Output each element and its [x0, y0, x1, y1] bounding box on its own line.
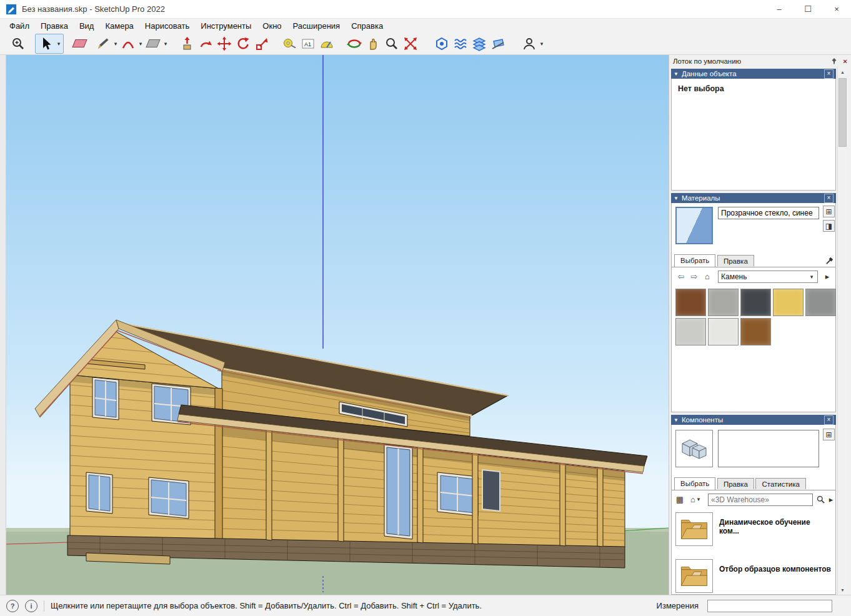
measurements-input[interactable]: [707, 600, 832, 612]
eyedropper-icon[interactable]: [825, 256, 835, 265]
move-tool[interactable]: [215, 34, 234, 53]
model-viewport[interactable]: [6, 55, 669, 595]
menu-item[interactable]: Инструменты: [195, 20, 257, 32]
eraser-tool[interactable]: [70, 34, 89, 53]
material-swatch[interactable]: [805, 289, 836, 316]
material-swatch[interactable]: [675, 318, 706, 345]
scrollbar-thumb[interactable]: [839, 78, 847, 147]
detail-arrow-icon[interactable]: ▸: [822, 271, 833, 282]
home-icon[interactable]: ⌂: [702, 271, 713, 282]
line-tool[interactable]: [94, 34, 112, 53]
line-dropdown-icon[interactable]: ▾: [112, 41, 119, 47]
zoom-extents-tool[interactable]: [401, 34, 420, 53]
material-swatch[interactable]: [708, 318, 739, 345]
create-material-button[interactable]: ⊞: [823, 206, 835, 217]
tray-title: Лоток по умолчанию: [673, 57, 830, 65]
materials-title: Материалы: [682, 194, 821, 202]
protractor-tool[interactable]: [317, 34, 336, 53]
component-preview[interactable]: [675, 430, 713, 467]
push-pull-tool[interactable]: [177, 34, 196, 53]
zoom-tool[interactable]: [382, 34, 401, 53]
tape-measure-tool[interactable]: [280, 34, 299, 53]
info-icon[interactable]: i: [25, 600, 37, 612]
position-camera-tool[interactable]: [432, 34, 451, 53]
soften-edges-tool[interactable]: [451, 34, 470, 53]
search-icon[interactable]: [816, 495, 825, 504]
component-search-input[interactable]: [708, 494, 813, 506]
close-button[interactable]: ×: [822, 0, 851, 19]
tab-statistics[interactable]: Статистика: [755, 478, 805, 489]
menu-item[interactable]: Камера: [99, 20, 139, 32]
layers-tool[interactable]: [470, 34, 489, 53]
menu-item[interactable]: Правка: [35, 20, 74, 32]
component-name-field[interactable]: [718, 430, 819, 467]
forward-icon[interactable]: ⇨: [689, 271, 700, 282]
components-tabs: Выбрать Правка Статистика: [672, 477, 835, 490]
rectangle-tool[interactable]: [144, 34, 162, 53]
tab-select[interactable]: Выбрать: [674, 254, 715, 267]
menu-item[interactable]: Расширения: [287, 20, 346, 32]
in-model-components-button[interactable]: ⊞: [823, 429, 835, 440]
glass-door: [384, 444, 412, 539]
arc-tool[interactable]: [119, 34, 137, 53]
material-swatch[interactable]: [773, 289, 804, 316]
component-label: Отбор образцов компонентов: [719, 565, 831, 574]
components-close-icon[interactable]: ×: [824, 415, 834, 425]
components-header[interactable]: ▼ Компоненты ×: [671, 415, 836, 425]
text-tool[interactable]: A1: [299, 34, 317, 53]
material-swatch[interactable]: [740, 318, 771, 345]
menu-item[interactable]: Справка: [346, 20, 389, 32]
collapsed-tray-strip[interactable]: [0, 55, 6, 595]
select-tool[interactable]: [37, 34, 56, 53]
follow-me-tool[interactable]: [196, 34, 215, 53]
material-swatch[interactable]: [675, 289, 706, 316]
menu-item[interactable]: Файл: [4, 20, 35, 32]
maximize-button[interactable]: ☐: [794, 0, 822, 19]
component-list-item[interactable]: Динамическое обучение ком...: [675, 512, 832, 546]
component-list-item[interactable]: Отбор образцов компонентов: [675, 559, 832, 593]
menu-item[interactable]: Вид: [74, 20, 100, 32]
tab-edit[interactable]: Правка: [717, 478, 754, 489]
entity-info-close-icon[interactable]: ×: [824, 69, 834, 79]
back-icon[interactable]: ⇦: [675, 271, 687, 282]
material-preview[interactable]: [675, 207, 713, 244]
menu-item[interactable]: Окно: [257, 20, 287, 32]
status-bar: ? i Щелкните или перетащите для выбора о…: [0, 595, 851, 616]
view-options-icon[interactable]: ▦: [674, 494, 685, 505]
scale-tool[interactable]: [252, 34, 271, 53]
account-button[interactable]: [520, 34, 539, 53]
tray-scrollbar[interactable]: ▲ ▼: [837, 67, 847, 595]
home-dropdown[interactable]: ⌂▾: [688, 494, 704, 505]
account-dropdown-icon[interactable]: ▾: [539, 41, 545, 47]
help-icon[interactable]: ?: [6, 600, 19, 612]
material-name-field[interactable]: [718, 207, 819, 219]
secondary-pane-button[interactable]: ◨: [823, 220, 835, 232]
component-list: Динамическое обучение ком... Отбор образ…: [672, 511, 835, 594]
section-plane-tool[interactable]: [489, 34, 507, 53]
material-swatch[interactable]: [740, 289, 771, 316]
scroll-up-icon[interactable]: ▲: [838, 67, 847, 77]
arc-dropdown-icon[interactable]: ▾: [137, 41, 144, 47]
pin-icon[interactable]: [830, 57, 838, 65]
detail-arrow-icon[interactable]: ▸: [825, 494, 837, 505]
rotate-tool[interactable]: [234, 34, 252, 53]
lower-window-left: [86, 472, 112, 514]
tab-edit[interactable]: Правка: [717, 255, 754, 266]
select-dropdown-icon[interactable]: ▾: [56, 41, 62, 47]
tab-select[interactable]: Выбрать: [674, 477, 715, 490]
materials-close-icon[interactable]: ×: [824, 194, 834, 203]
scroll-down-icon[interactable]: ▼: [838, 585, 847, 595]
components-panel: ⊞ Выбрать Правка Статистика ▦ ⌂▾ ▸: [671, 425, 836, 595]
material-swatch[interactable]: [708, 289, 739, 316]
entity-info-header[interactable]: ▼ Данные объекта ×: [671, 69, 836, 79]
menu-item[interactable]: Нарисовать: [139, 20, 195, 32]
materials-header[interactable]: ▼ Материалы ×: [671, 193, 836, 203]
minimize-button[interactable]: –: [765, 0, 794, 19]
collection-dropdown[interactable]: Камень ▾: [718, 271, 818, 283]
rectangle-dropdown-icon[interactable]: ▾: [162, 41, 169, 47]
orbit-tool[interactable]: [345, 34, 364, 53]
main-toolbar: ▾ ▾ ▾ ▾ A1: [0, 32, 851, 55]
zoom-window-tool[interactable]: [9, 34, 27, 53]
tray-close-icon[interactable]: ×: [843, 57, 847, 65]
pan-tool[interactable]: [364, 34, 382, 53]
